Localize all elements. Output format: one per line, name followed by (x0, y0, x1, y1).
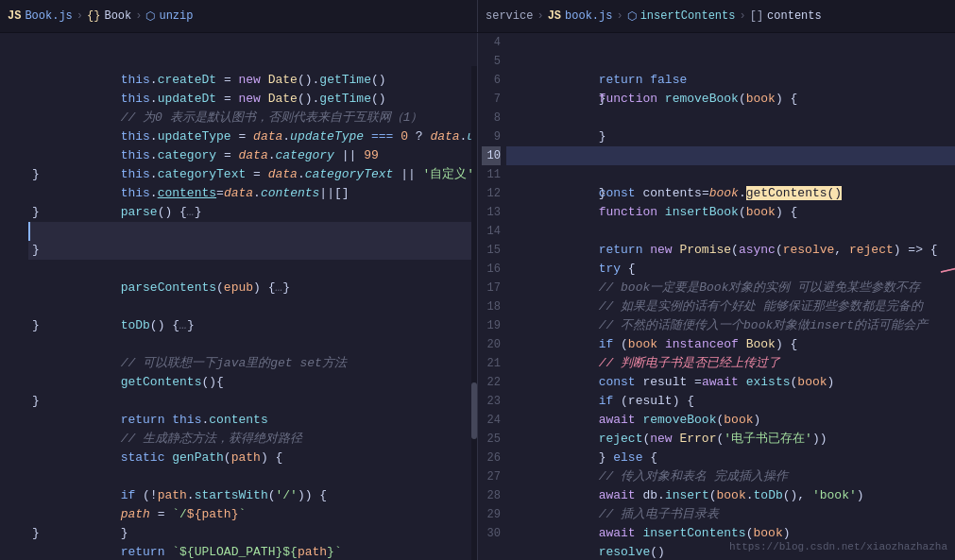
code-line: if (result) { (506, 354, 955, 373)
code-line: } (28, 165, 477, 184)
code-line: // 插入电子书目录表 (506, 467, 955, 486)
breadcrumb-file2[interactable]: book.js (565, 9, 612, 23)
code-line: static genPath(path) { (28, 430, 477, 449)
breadcrumb-icon1: {} (87, 9, 100, 23)
breadcrumb-left: JS Book.js › {} Book › ⬡ unzip (8, 9, 193, 24)
breadcrumb-var: contents (767, 9, 822, 23)
editor-container: JS Book.js › {} Book › ⬡ unzip service ›… (0, 0, 955, 560)
sep1: › (77, 9, 83, 23)
watermark: https://blog.csdn.net/xiaozhazhazha (729, 541, 947, 552)
left-code-lines: this.createDt = new Date().getTime() thi… (28, 33, 477, 560)
code-line: await insertContents(book) (506, 486, 955, 505)
code-line: } else { (506, 411, 955, 430)
code-line: toDb() {…} (28, 297, 477, 316)
breadcrumb-file1[interactable]: Book.js (25, 9, 72, 23)
code-line-active: const contents=book.getContents() (506, 146, 955, 165)
code-line: } (506, 52, 955, 71)
breadcrumb-right: service › JS book.js › ⬡ insertContents … (486, 9, 822, 24)
code-line: reject(new Error('电子书已存在')) (506, 392, 955, 411)
sep3: › (537, 9, 543, 23)
code-line: this.categoryText = data.categoryText ||… (28, 127, 477, 146)
code-line: this.updateType = data.updateType === 0 … (28, 90, 477, 109)
code-line: path = `/${path}` (28, 467, 477, 486)
code-line: this.contents=data.contents||[] (28, 146, 477, 165)
code-line: await db.insert(book.toDb(), 'book') (506, 449, 955, 467)
sep5: › (739, 9, 745, 23)
sep2: › (135, 9, 142, 23)
breadcrumb-dir: service (486, 9, 533, 23)
tab-bar-right: service › JS book.js › ⬡ insertContents … (478, 0, 955, 32)
code-line: this.category = data.category || 99 (28, 109, 477, 127)
editors: this.createDt = new Date().getTime() thi… (0, 33, 955, 560)
code-line: } (28, 241, 477, 260)
code-line: // 不然的话随便传入一个book对象做insert的话可能会产 (506, 279, 955, 297)
lang-badge-left: JS (8, 9, 21, 23)
code-line: // 传入对象和表名 完成插入操作 (506, 430, 955, 449)
code-line: await removeBook(book) (506, 373, 955, 392)
code-line: parseContents(epub) {…} (28, 260, 477, 279)
breadcrumb-method2: insertContents (640, 9, 736, 23)
code-line: } (28, 524, 477, 543)
code-line: parse() {…} (28, 184, 477, 203)
code-line: } (506, 165, 955, 184)
code-line: const result =await exists(book) (506, 335, 955, 354)
code-line: } (28, 203, 477, 222)
left-code-area: this.createDt = new Date().getTime() thi… (0, 33, 477, 560)
left-scrollbar[interactable] (471, 66, 477, 560)
breadcrumb-class: Book (104, 9, 131, 23)
code-line: function insertContents(book) { (506, 127, 955, 146)
left-scrollbar-thumb[interactable] (471, 382, 477, 439)
code-line: this.createDt = new Date().getTime() (28, 33, 477, 52)
code-line: return this.contents (28, 373, 477, 392)
code-line: function removeBook(book) { (506, 71, 955, 90)
code-line: // book一定要是Book对象的实例 可以避免某些参数不存 (506, 241, 955, 260)
code-line: // 如果是实例的话有个好处 能够保证那些参数都是完备的 (506, 260, 955, 279)
code-line: function insertBook(book) { (506, 184, 955, 203)
code-line: } (28, 486, 477, 505)
right-code-area: 4 5 6 7 8 9 10 11 12 13 14 15 16 17 18 1… (478, 33, 955, 560)
tab-bar: JS Book.js › {} Book › ⬡ unzip service ›… (0, 0, 955, 33)
tab-bar-left: JS Book.js › {} Book › ⬡ unzip (0, 0, 478, 32)
code-line: return new Promise(async(resolve, reject… (506, 203, 955, 222)
code-line: } (28, 392, 477, 411)
code-line: } (28, 316, 477, 335)
code-line: this.updateDt = new Date().getTime() (28, 52, 477, 71)
code-line: if (!path.startsWith('/')) { (28, 449, 477, 467)
right-editor-pane[interactable]: 4 5 6 7 8 9 10 11 12 13 14 15 16 17 18 1… (478, 33, 955, 560)
code-line: resolve() (506, 505, 955, 524)
code-line (28, 279, 477, 297)
right-code-lines: return false } function removeBook(book)… (506, 33, 955, 560)
breadcrumb-method: unzip (159, 9, 193, 23)
right-line-numbers: 4 5 6 7 8 9 10 11 12 13 14 15 16 17 18 1… (478, 33, 506, 560)
code-line: return `${UPLOAD_PATH}${path}` (28, 505, 477, 524)
code-line: // 判断电子书是否已经上传过了 (506, 316, 955, 335)
code-line: try { (506, 222, 955, 241)
code-line: getContents(){ (28, 354, 477, 373)
code-line: return false (506, 33, 955, 52)
breadcrumb-icon2: ⬡ (145, 9, 155, 24)
code-line: if (book instanceof Book) { (506, 297, 955, 316)
lang-badge-right: JS (548, 9, 561, 23)
code-line: // 生成静态方法，获得绝对路径 (28, 411, 477, 430)
code-line (506, 90, 955, 109)
code-line: } (506, 109, 955, 127)
left-line-numbers (0, 33, 28, 560)
breadcrumb-icon4: [] (750, 9, 763, 23)
left-editor-pane[interactable]: this.createDt = new Date().getTime() thi… (0, 33, 478, 560)
code-line: // 为0 表示是默认图书，否则代表来自于互联网（1） (28, 71, 477, 90)
code-line: } (506, 524, 955, 543)
code-line-unzip: unzip() {… (28, 222, 477, 241)
breadcrumb-icon3: ⬡ (627, 9, 637, 24)
sep4: › (616, 9, 622, 23)
code-line: // 可以联想一下java里的get set方法 (28, 335, 477, 354)
